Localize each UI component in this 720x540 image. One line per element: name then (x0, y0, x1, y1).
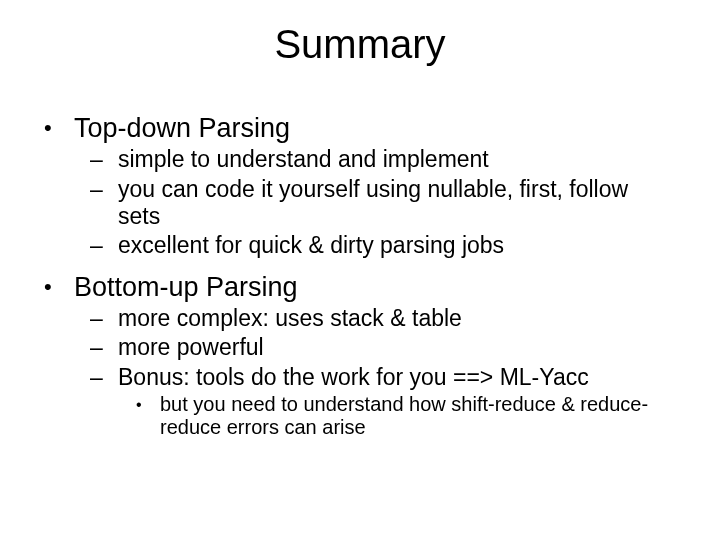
slide-title: Summary (0, 22, 720, 67)
sub-bullet: – you can code it yourself using nullabl… (90, 176, 676, 230)
sub-bullet-text: Bonus: tools do the work for you ==> ML-… (118, 364, 676, 391)
sub-bullet-text: you can code it yourself using nullable,… (118, 176, 676, 230)
slide-body: • Top-down Parsing – simple to understan… (44, 108, 676, 440)
sub-sub-bullet: • but you need to understand how shift-r… (136, 393, 676, 440)
bullet-bottomup: • Bottom-up Parsing (44, 271, 676, 303)
sub-bullet-text: more powerful (118, 334, 676, 361)
bullet-text: Top-down Parsing (74, 112, 676, 144)
slide: Summary • Top-down Parsing – simple to u… (0, 0, 720, 540)
bullet-text: Bottom-up Parsing (74, 271, 676, 303)
sub-bullet-text: excellent for quick & dirty parsing jobs (118, 232, 676, 259)
disc-bullet-icon: • (136, 393, 160, 440)
bullet-topdown: • Top-down Parsing (44, 112, 676, 144)
sub-bullet-text: simple to understand and implement (118, 146, 676, 173)
sub-bullet: – more complex: uses stack & table (90, 305, 676, 332)
sub-bullet: – excellent for quick & dirty parsing jo… (90, 232, 676, 259)
disc-bullet-icon: • (44, 271, 74, 303)
dash-bullet-icon: – (90, 146, 118, 173)
disc-bullet-icon: • (44, 112, 74, 144)
sub-bullet: – more powerful (90, 334, 676, 361)
dash-bullet-icon: – (90, 232, 118, 259)
sub-bullet-text: more complex: uses stack & table (118, 305, 676, 332)
sub-bullet: – simple to understand and implement (90, 146, 676, 173)
dash-bullet-icon: – (90, 305, 118, 332)
dash-bullet-icon: – (90, 176, 118, 230)
sub-sub-bullet-text: but you need to understand how shift-red… (160, 393, 676, 440)
sub-bullet: – Bonus: tools do the work for you ==> M… (90, 364, 676, 391)
dash-bullet-icon: – (90, 364, 118, 391)
dash-bullet-icon: – (90, 334, 118, 361)
